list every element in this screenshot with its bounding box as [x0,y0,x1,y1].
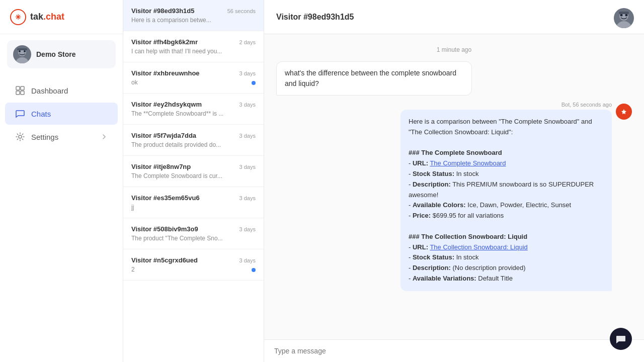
sidebar: ✳ tak.chat Demo Store Dashboard [0,0,123,362]
chat-list-item[interactable]: Visitor #508biv9m3o9 3 days The product … [123,218,264,249]
logo-icon: ✳ [10,9,26,25]
chat-visitor-name: Visitor #n5cgrxd6ued [131,256,198,264]
store-selector[interactable]: Demo Store [7,40,116,68]
support-chat-bubble[interactable] [610,328,632,350]
message-input-area[interactable] [264,339,644,362]
chat-time: 3 days [239,226,256,232]
svg-point-9 [19,135,22,138]
bot-meta: Bot, 56 seconds ago Here is a comparison… [400,102,612,291]
chat-time: 3 days [239,133,256,139]
chat-visitor-name: Visitor #5f7wjda7dda [131,132,196,139]
message-input[interactable] [274,347,634,355]
chat-preview: ok [131,79,232,86]
user-bubble: what's the difference between the comple… [276,61,472,96]
chat-time: 56 seconds [227,8,256,14]
chat-list-item[interactable]: Visitor #5f7wjda7dda 3 days The product … [123,125,264,156]
chat-list-item[interactable]: Visitor #n5cgrxd6ued 3 days 2 [123,249,264,281]
messages-area[interactable]: 1 minute ago what's the difference betwe… [264,34,644,339]
chevron-right-icon [101,133,108,140]
chat-list: Visitor #98ed93h1d5 56 seconds Here is a… [123,0,264,362]
chat-list-item[interactable]: Visitor #ey2hdsykqwm 3 days The **Comple… [123,94,264,125]
top-right-avatar[interactable] [614,8,634,28]
chat-visitor-name: Visitor #es35em65vu6 [131,194,200,202]
unread-dot [252,268,256,272]
chat-preview: The Complete Snowboard is cur... [131,172,232,179]
svg-rect-15 [619,12,629,14]
dashboard-label: Dashboard [31,86,68,95]
chat-visitor-name: Visitor #98ed93h1d5 [131,7,195,15]
svg-point-14 [625,14,628,17]
chats-label: Chats [31,110,51,118]
chat-time: 3 days [239,102,256,108]
logo-area: ✳ tak.chat [0,0,123,34]
nav-menu: Dashboard Chats Settings [0,74,123,153]
chat-list-item[interactable]: Visitor #itje8nw7np 3 days The Complete … [123,156,264,187]
chat-preview: The product details provided do... [131,141,232,148]
sidebar-item-chats[interactable]: Chats [5,103,118,125]
settings-icon [15,132,25,142]
chats-icon [15,109,25,119]
chat-preview: 2 [131,266,232,273]
settings-left: Settings [15,132,58,142]
dashboard-icon [15,85,25,96]
svg-point-13 [620,14,623,17]
chat-preview: The **Complete Snowboard** is ... [131,110,232,117]
chat-preview: Here is a comparison betwe... [131,17,232,24]
svg-point-2 [19,50,21,52]
bot-message-row: Bot, 56 seconds ago Here is a comparison… [276,102,632,291]
chat-list-item[interactable]: Visitor #xhbreuwnhoe 3 days ok [123,62,264,94]
chat-time: 2 days [239,39,256,45]
chat-time: 3 days [239,195,256,201]
svg-rect-5 [16,86,20,90]
store-avatar [13,45,31,63]
chat-time: 3 days [239,257,256,263]
bot-bubble: Here is a comparison between "The Comple… [400,110,612,291]
time-divider: 1 minute ago [276,46,632,53]
chat-preview: jj [131,204,232,211]
svg-rect-4 [17,48,27,50]
chat-title: Visitor #98ed93h1d5 [276,13,354,22]
svg-point-3 [24,50,26,52]
settings-label: Settings [31,133,58,141]
bot-avatar [616,104,632,120]
svg-point-1 [15,57,29,63]
chat-visitor-name: Visitor #ey2hdsykqwm [131,101,202,108]
unread-dot [252,81,256,85]
bot-label: Bot, 56 seconds ago [561,102,612,108]
chat-visitor-name: Visitor #xhbreuwnhoe [131,69,200,77]
sidebar-item-settings[interactable]: Settings [5,126,118,148]
svg-rect-6 [21,86,24,90]
chat-time: 3 days [239,164,256,170]
chat-list-item[interactable]: Visitor #fh4bgk6k2mr 2 days I can help w… [123,31,264,62]
chat-visitor-name: Visitor #fh4bgk6k2mr [131,38,198,46]
svg-rect-8 [21,91,24,95]
chat-preview: The product "The Complete Sno... [131,235,232,242]
chat-list-item[interactable]: Visitor #es35em65vu6 3 days jj [123,187,264,218]
chat-visitor-name: Visitor #508biv9m3o9 [131,225,198,233]
user-message: what's the difference between the comple… [276,61,472,96]
svg-rect-7 [16,91,20,95]
chat-header: Visitor #98ed93h1d5 [264,0,644,34]
chat-visitor-name: Visitor #itje8nw7np [131,163,191,170]
main-chat: Visitor #98ed93h1d5 1 minute ago what's … [264,0,644,362]
chat-list-item[interactable]: Visitor #98ed93h1d5 56 seconds Here is a… [123,0,264,31]
store-name: Demo Store [36,50,76,58]
sidebar-item-dashboard[interactable]: Dashboard [5,79,118,102]
chat-time: 3 days [239,70,256,76]
chat-preview: I can help with that! I'll need you... [131,48,232,55]
logo-text: tak.chat [30,12,64,22]
